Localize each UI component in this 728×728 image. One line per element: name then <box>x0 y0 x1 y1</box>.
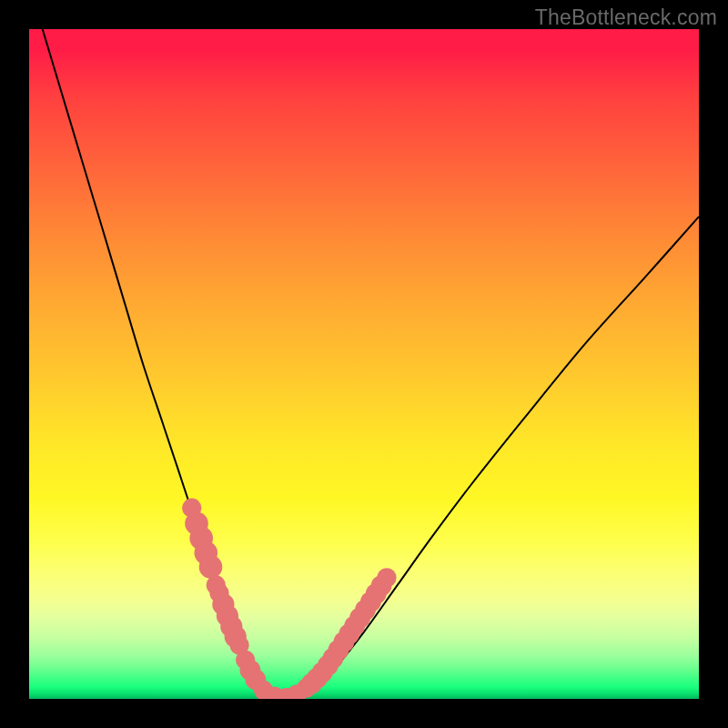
curve-marker <box>377 568 396 587</box>
chart-frame: TheBottleneck.com <box>0 0 728 728</box>
curve-svg <box>29 29 699 699</box>
curve-marker <box>199 555 223 579</box>
plot-area <box>29 29 699 699</box>
marker-cluster <box>182 499 396 699</box>
watermark-text: TheBottleneck.com <box>535 5 717 30</box>
